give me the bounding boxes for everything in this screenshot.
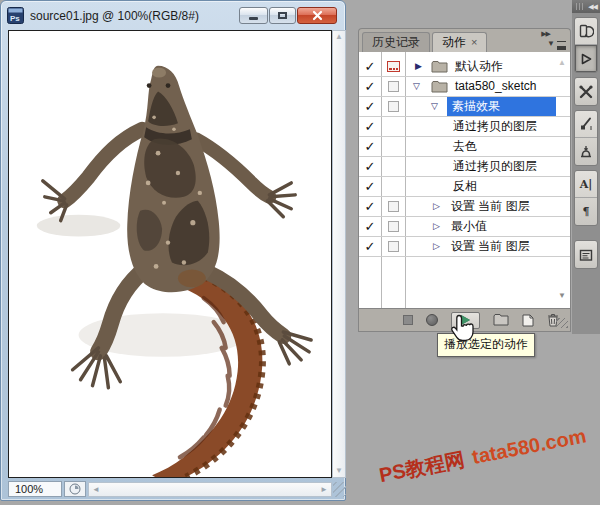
document-canvas[interactable] xyxy=(8,30,332,478)
document-info-button[interactable] xyxy=(64,481,86,497)
step-label[interactable]: 最小值 xyxy=(451,217,487,236)
toggle-item-checkbox[interactable]: ✓ xyxy=(359,177,381,196)
action-step-row[interactable]: ✓ ▷ 设置 当前 图层 xyxy=(359,197,570,217)
stop-button[interactable] xyxy=(403,311,413,329)
document-window: Ps source01.jpg @ 100%(RGB/8#) xyxy=(0,0,346,501)
photoshop-file-icon: Ps xyxy=(7,7,24,24)
canvas-horizontal-scrollbar[interactable]: ◄ ► xyxy=(88,482,332,497)
scroll-down-icon[interactable]: ▼ xyxy=(335,467,343,475)
action-set-label[interactable]: tata580_sketch xyxy=(455,77,536,96)
watermark-part1: PS教程网 xyxy=(377,448,466,486)
minimize-button[interactable] xyxy=(239,7,268,24)
new-set-button[interactable] xyxy=(493,311,509,329)
expand-dock-icon[interactable]: ◀◀ xyxy=(588,3,597,11)
action-step-row[interactable]: ✓ ▷ 设置 当前 图层 xyxy=(359,237,570,257)
action-set-row[interactable]: ✓ ▶ 默认动作 xyxy=(359,57,570,77)
modal-control-checkbox[interactable] xyxy=(381,97,405,116)
dock-group: A| ¶ xyxy=(574,170,598,226)
action-step-row[interactable]: ✓ 通过拷贝的图层 xyxy=(359,117,570,137)
action-label[interactable]: 素描效果 xyxy=(447,99,500,113)
modal-control-checkbox[interactable] xyxy=(381,237,405,256)
expand-triangle-icon[interactable]: ▷ xyxy=(433,237,440,256)
modal-control-checkbox[interactable] xyxy=(381,57,405,76)
zoom-level-field[interactable]: 100% xyxy=(8,481,62,497)
scroll-right-icon[interactable]: ► xyxy=(320,485,328,494)
action-step-row[interactable]: ✓ 通过拷贝的图层 xyxy=(359,157,570,177)
step-label[interactable]: 通过拷贝的图层 xyxy=(453,117,537,136)
folder-icon xyxy=(431,81,448,93)
clock-icon xyxy=(69,483,81,495)
toggle-item-checkbox[interactable]: ✓ xyxy=(359,217,381,236)
dock-group xyxy=(574,17,598,73)
action-set-row[interactable]: ✓ ▽ tata580_sketch xyxy=(359,77,570,97)
list-scroll-up-icon[interactable]: ▲ xyxy=(558,58,566,67)
hand-cursor xyxy=(450,314,474,345)
close-button[interactable] xyxy=(297,7,337,24)
selection-highlight: 素描效果 xyxy=(447,97,556,116)
paragraph-panel-button[interactable]: ¶ xyxy=(575,198,597,225)
status-bar: 100% ◄ ► xyxy=(8,480,332,498)
actions-play-icon xyxy=(578,51,594,67)
scroll-up-icon[interactable]: ▲ xyxy=(335,33,343,41)
step-label[interactable]: 反相 xyxy=(453,177,477,196)
expand-triangle-icon[interactable]: ▷ xyxy=(433,217,440,236)
brush-icon xyxy=(578,116,594,132)
character-panel-button[interactable]: A| xyxy=(575,171,597,198)
new-action-button[interactable] xyxy=(522,311,534,329)
folder-icon xyxy=(431,61,448,73)
dialog-off-icon xyxy=(388,221,399,232)
lizard-image xyxy=(9,31,331,477)
toggle-item-checkbox[interactable]: ✓ xyxy=(359,117,381,136)
clone-source-panel-button[interactable] xyxy=(575,138,597,165)
modal-control-checkbox[interactable] xyxy=(381,197,405,216)
expand-triangle-icon[interactable]: ▶ xyxy=(415,57,422,76)
brushes-panel-button[interactable] xyxy=(575,111,597,138)
step-label[interactable]: 设置 当前 图层 xyxy=(451,237,530,256)
record-button[interactable] xyxy=(426,311,438,329)
toggle-item-checkbox[interactable]: ✓ xyxy=(359,157,381,176)
collapse-triangle-icon[interactable]: ▽ xyxy=(431,97,438,116)
toggle-item-checkbox[interactable]: ✓ xyxy=(359,137,381,156)
maximize-icon xyxy=(278,12,287,19)
window-resize-grip[interactable] xyxy=(333,482,346,497)
step-label[interactable]: 去色 xyxy=(453,137,477,156)
list-scroll-down-icon[interactable]: ▼ xyxy=(558,291,566,300)
tab-actions[interactable]: 动作× xyxy=(432,32,487,52)
dock-group xyxy=(574,77,598,106)
maximize-button[interactable] xyxy=(269,7,296,24)
canvas-vertical-scrollbar[interactable]: ▲ ▼ xyxy=(332,30,346,478)
toggle-item-checkbox[interactable]: ✓ xyxy=(359,197,381,216)
panel-tabstrip: 历史记录 动作× ▶▶ ▼ xyxy=(358,28,571,52)
action-step-row[interactable]: ✓ 去色 xyxy=(359,137,570,157)
toggle-item-checkbox[interactable]: ✓ xyxy=(359,57,381,76)
scroll-left-icon[interactable]: ◄ xyxy=(92,485,100,494)
window-titlebar[interactable]: Ps source01.jpg @ 100%(RGB/8#) xyxy=(1,1,345,30)
collapse-triangle-icon[interactable]: ▽ xyxy=(413,77,420,96)
panel-menu-button[interactable]: ▼ xyxy=(547,39,566,48)
action-row-selected[interactable]: ✓ ▽ 素描效果 xyxy=(359,97,570,117)
toggle-item-checkbox[interactable]: ✓ xyxy=(359,77,381,96)
history-icon xyxy=(578,23,594,39)
history-panel-button[interactable] xyxy=(575,18,597,45)
dock-header[interactable]: ◀◀ xyxy=(572,0,600,13)
toggle-item-checkbox[interactable]: ✓ xyxy=(359,237,381,256)
modal-control-checkbox[interactable] xyxy=(381,77,405,96)
tab-history[interactable]: 历史记录 xyxy=(362,32,430,52)
action-step-row[interactable]: ✓ ▷ 最小值 xyxy=(359,217,570,237)
action-set-label[interactable]: 默认动作 xyxy=(455,57,503,76)
step-label[interactable]: 设置 当前 图层 xyxy=(451,197,530,216)
layer-comps-panel-button[interactable] xyxy=(575,241,597,268)
action-step-row[interactable]: ✓ 反相 xyxy=(359,177,570,197)
collapse-to-icons-button[interactable]: ▶▶ xyxy=(541,30,550,38)
modal-control-checkbox[interactable] xyxy=(381,217,405,236)
tool-presets-panel-button[interactable] xyxy=(575,78,597,105)
expand-triangle-icon[interactable]: ▷ xyxy=(433,197,440,216)
svg-text:Ps: Ps xyxy=(10,14,20,23)
panel-resize-grip[interactable] xyxy=(556,318,568,328)
toggle-item-checkbox[interactable]: ✓ xyxy=(359,97,381,116)
actions-panel-button[interactable] xyxy=(575,45,597,72)
tab-close-icon[interactable]: × xyxy=(471,36,477,48)
paragraph-icon: ¶ xyxy=(583,205,590,218)
step-label[interactable]: 通过拷贝的图层 xyxy=(453,157,537,176)
actions-list: ✓ ▶ 默认动作 ✓ ▽ xyxy=(358,52,571,308)
